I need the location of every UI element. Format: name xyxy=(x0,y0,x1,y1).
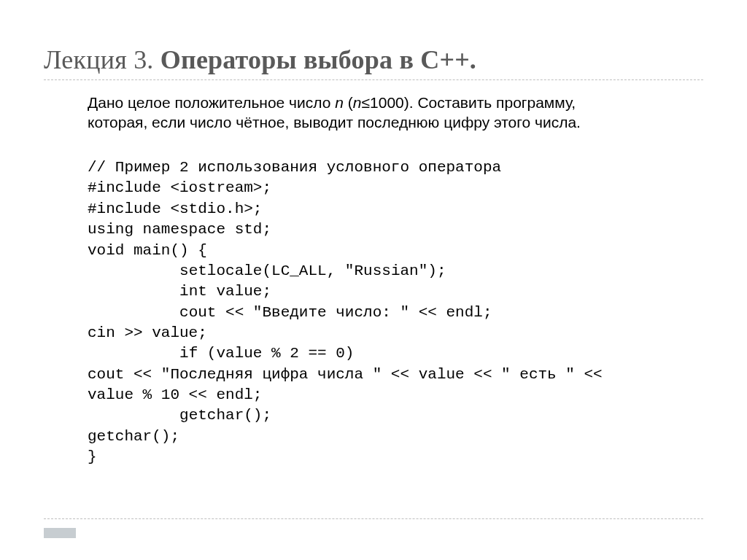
problem-var-n1: n xyxy=(335,94,344,111)
title-prefix: Лекция 3. xyxy=(44,45,160,74)
problem-var-n2: n xyxy=(353,94,362,111)
accent-bar xyxy=(44,528,76,538)
slide-title: Лекция 3. Операторы выбора в С++. xyxy=(44,45,703,75)
title-container: Лекция 3. Операторы выбора в С++. xyxy=(44,45,703,80)
title-main: Операторы выбора в С++. xyxy=(160,45,476,74)
slide-body: Дано целое положительное число n (n≤1000… xyxy=(44,93,703,467)
problem-text: Дано целое положительное число xyxy=(88,94,335,111)
slide: Лекция 3. Операторы выбора в С++. Дано ц… xyxy=(0,0,747,560)
code-block: // Пример 2 использования условного опер… xyxy=(88,158,681,467)
problem-text-line2: которая, если число чётное, выводит посл… xyxy=(88,114,581,131)
problem-text: ( xyxy=(344,94,353,111)
problem-statement: Дано целое положительное число n (n≤1000… xyxy=(88,93,681,133)
problem-text: ≤1000). Составить программу, xyxy=(362,94,576,111)
bottom-divider xyxy=(44,518,703,519)
